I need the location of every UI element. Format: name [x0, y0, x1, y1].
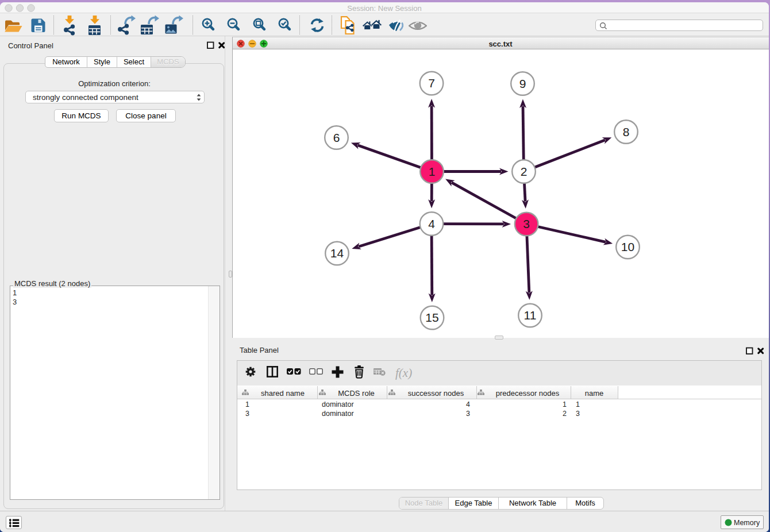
svg-text:15: 15 — [425, 311, 438, 324]
svg-text:8: 8 — [622, 125, 629, 138]
svg-text:10: 10 — [621, 240, 634, 253]
svg-text:6: 6 — [333, 130, 340, 144]
svg-text:4: 4 — [428, 217, 435, 230]
svg-text:3: 3 — [523, 217, 530, 230]
svg-text:9: 9 — [519, 76, 526, 90]
svg-text:2: 2 — [520, 164, 527, 178]
svg-text:11: 11 — [523, 309, 536, 322]
svg-text:7: 7 — [428, 76, 435, 90]
svg-text:1: 1 — [428, 164, 435, 178]
svg-text:14: 14 — [330, 246, 344, 260]
